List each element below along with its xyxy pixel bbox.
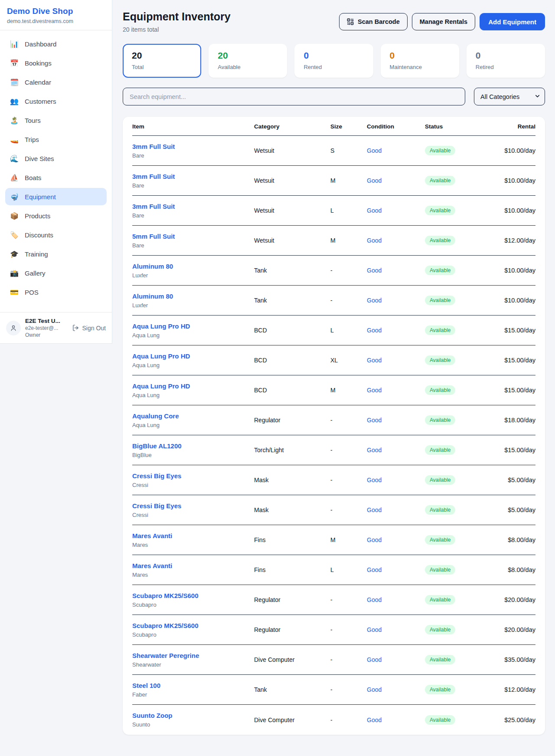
item-name-link[interactable]: Mares Avanti	[132, 562, 172, 569]
item-size: M	[330, 177, 367, 184]
add-equipment-button[interactable]: Add Equipment	[480, 13, 545, 30]
table-row[interactable]: 3mm Full Suit Bare Wetsuit S Good Availa…	[132, 136, 535, 166]
scan-barcode-button[interactable]: Scan Barcode	[339, 13, 408, 30]
category-filter-select[interactable]: All Categories	[474, 88, 545, 105]
sidebar-item-gallery[interactable]: 📸 Gallery	[5, 264, 107, 282]
table-row[interactable]: Scubapro MK25/S600 Scubapro Regulator - …	[132, 585, 535, 615]
item-name-link[interactable]: Shearwater Peregrine	[132, 652, 199, 659]
item-name-link[interactable]: 5mm Full Suit	[132, 233, 175, 240]
scan-barcode-label: Scan Barcode	[358, 18, 400, 25]
item-name-link[interactable]: Steel 100	[132, 682, 160, 689]
item-category: Regulator	[254, 626, 330, 633]
table-row[interactable]: Suunto Zoop Suunto Dive Computer - Good …	[132, 705, 535, 735]
sidebar-item-dive-sites[interactable]: 🌊 Dive Sites	[5, 150, 107, 167]
item-condition: Good	[367, 297, 425, 304]
item-name-link[interactable]: BigBlue AL1200	[132, 442, 182, 450]
item-rental-rate: $5.00/day	[490, 477, 535, 483]
sign-out-button[interactable]: Sign Out	[72, 324, 106, 332]
item-condition: Good	[367, 207, 425, 214]
item-name-link[interactable]: Suunto Zoop	[132, 712, 172, 719]
status-badge: Available	[425, 535, 455, 545]
sidebar-item-dashboard[interactable]: 📊 Dashboard	[5, 35, 107, 53]
brand-name[interactable]: Demo Dive Shop	[7, 7, 105, 16]
table-row[interactable]: BigBlue AL1200 BigBlue Torch/Light - Goo…	[132, 435, 535, 465]
item-condition: Good	[367, 267, 425, 274]
table-row[interactable]: Cressi Big Eyes Cressi Mask - Good Avail…	[132, 465, 535, 495]
item-rental-rate: $10.00/day	[490, 147, 535, 154]
sidebar-item-equipment[interactable]: 🤿 Equipment	[5, 188, 107, 205]
sidebar-item-calendar[interactable]: 🗓️ Calendar	[5, 73, 107, 91]
sidebar-item-training[interactable]: 🎓 Training	[5, 245, 107, 263]
table-row[interactable]: Aqua Lung Pro HD Aqua Lung BCD L Good Av…	[132, 316, 535, 345]
item-name-link[interactable]: Cressi Big Eyes	[132, 472, 181, 480]
table-row[interactable]: 3mm Full Suit Bare Wetsuit L Good Availa…	[132, 196, 535, 226]
table-row[interactable]: Cressi Big Eyes Cressi Mask - Good Avail…	[132, 495, 535, 525]
table-row[interactable]: Shearwater Peregrine Shearwater Dive Com…	[132, 645, 535, 675]
table-row[interactable]: Aqua Lung Pro HD Aqua Lung BCD XL Good A…	[132, 345, 535, 375]
sidebar-item-bookings[interactable]: 📅 Bookings	[5, 54, 107, 72]
table-row[interactable]: Mares Avanti Mares Fins L Good Available…	[132, 555, 535, 585]
item-name-link[interactable]: Scubapro MK25/S600	[132, 622, 199, 629]
sidebar-item-customers[interactable]: 👥 Customers	[5, 92, 107, 110]
page-header: Equipment Inventory 20 items total	[123, 10, 545, 33]
table-row[interactable]: 5mm Full Suit Bare Wetsuit M Good Availa…	[132, 226, 535, 256]
credit-card-icon: 💳	[10, 288, 19, 296]
status-badge: Available	[425, 505, 455, 515]
table-row[interactable]: Scubapro MK25/S600 Scubapro Regulator - …	[132, 615, 535, 645]
sidebar-item-boats[interactable]: ⛵ Boats	[5, 169, 107, 186]
item-condition: Good	[367, 447, 425, 454]
item-category: Wetsuit	[254, 207, 330, 214]
table-row[interactable]: 3mm Full Suit Bare Wetsuit M Good Availa…	[132, 166, 535, 196]
brand-domain: demo.test.divestreams.com	[7, 18, 105, 24]
item-name-link[interactable]: 3mm Full Suit	[132, 203, 175, 210]
item-rental-rate: $35.00/day	[490, 656, 535, 663]
item-name-link[interactable]: 3mm Full Suit	[132, 143, 175, 150]
item-name-link[interactable]: Cressi Big Eyes	[132, 502, 181, 509]
user-box: E2E Test U... e2e-tester@... Owner Sign …	[0, 312, 112, 343]
column-header-size: Size	[330, 123, 367, 130]
item-name-link[interactable]: Aqua Lung Pro HD	[132, 382, 190, 390]
graduation-cap-icon: 🎓	[10, 250, 19, 258]
stat-card-rented[interactable]: 0 Rented	[294, 44, 373, 78]
item-size: M	[330, 237, 367, 244]
speedboat-icon: 🚤	[10, 135, 19, 144]
item-rental-rate: $25.00/day	[490, 717, 535, 723]
table-row[interactable]: Mares Avanti Mares Fins M Good Available…	[132, 525, 535, 555]
sidebar-item-products[interactable]: 📦 Products	[5, 207, 107, 224]
item-name-link[interactable]: Aqua Lung Pro HD	[132, 322, 190, 330]
sidebar-item-trips[interactable]: 🚤 Trips	[5, 131, 107, 148]
stat-card-retired[interactable]: 0 Retired	[467, 44, 545, 78]
sidebar-item-discounts[interactable]: 🏷️ Discounts	[5, 226, 107, 243]
item-name-link[interactable]: Mares Avanti	[132, 532, 172, 539]
item-name-link[interactable]: 3mm Full Suit	[132, 173, 175, 180]
item-brand: Mares	[132, 572, 254, 578]
table-row[interactable]: Aluminum 80 Luxfer Tank - Good Available…	[132, 286, 535, 316]
manage-rentals-button[interactable]: Manage Rentals	[412, 13, 475, 30]
search-input[interactable]	[123, 88, 465, 105]
item-name-link[interactable]: Aluminum 80	[132, 293, 173, 300]
item-name-link[interactable]: Scubapro MK25/S600	[132, 592, 199, 599]
stat-card-maintenance[interactable]: 0 Maintenance	[381, 44, 459, 78]
equipment-table: ItemCategorySizeConditionStatusRental 3m…	[123, 117, 545, 735]
item-name-link[interactable]: Aqua Lung Pro HD	[132, 352, 190, 360]
sidebar-item-tours[interactable]: 🏝️ Tours	[5, 112, 107, 129]
stat-card-total[interactable]: 20 Total	[123, 44, 201, 78]
stat-card-available[interactable]: 20 Available	[209, 44, 287, 78]
label-tag-icon: 🏷️	[10, 231, 19, 239]
stats-row: 20 Total 20 Available 0 Rented 0 Mainten…	[123, 44, 545, 78]
sidebar-item-pos[interactable]: 💳 POS	[5, 283, 107, 301]
item-condition: Good	[367, 327, 425, 334]
item-name-link[interactable]: Aqualung Core	[132, 412, 179, 420]
column-header-status: Status	[425, 123, 490, 130]
table-row[interactable]: Aqua Lung Pro HD Aqua Lung BCD M Good Av…	[132, 375, 535, 405]
item-condition: Good	[367, 717, 425, 723]
table-row[interactable]: Aluminum 80 Luxfer Tank - Good Available…	[132, 256, 535, 286]
item-name-link[interactable]: Aluminum 80	[132, 263, 173, 270]
stat-label: Rented	[304, 64, 364, 70]
sidebar-item-label: Tours	[25, 117, 41, 124]
table-row[interactable]: Aqualung Core Aqua Lung Regulator - Good…	[132, 405, 535, 435]
item-size: M	[330, 536, 367, 543]
sidebar-item-label: Calendar	[25, 79, 51, 86]
item-brand: Aqua Lung	[132, 392, 254, 398]
table-row[interactable]: Steel 100 Faber Tank - Good Available $1…	[132, 675, 535, 705]
